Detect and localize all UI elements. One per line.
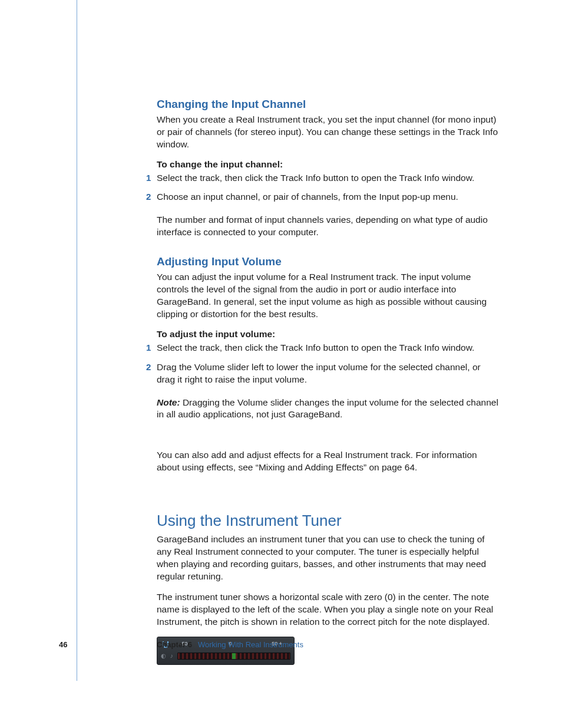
chapter-title: Working With Real Instruments	[198, 640, 303, 649]
tuner-scale-bar	[177, 653, 290, 660]
chapter-footer: Chapter 6Working With Real Instruments	[157, 640, 303, 649]
step-text: Drag the Volume slider left to lower the…	[157, 362, 481, 384]
heading-using-instrument-tuner: Using the Instrument Tuner	[157, 512, 498, 530]
step-text: Choose an input channel, or pair of chan…	[157, 192, 458, 202]
heading-adjusting-input-volume: Adjusting Input Volume	[157, 255, 498, 269]
step-item: 1Select the track, then click the Track …	[157, 342, 498, 358]
step-number: 1	[146, 172, 151, 184]
step-item: 2Drag the Volume slider left to lower th…	[157, 361, 498, 390]
note-paragraph: Note: Dragging the Volume slider changes…	[157, 397, 498, 421]
chapter-label: Chapter 6	[157, 640, 192, 649]
tuner-bottom-row: ◐ ♪	[161, 651, 290, 661]
step-item: 1Select the track, then click the Track …	[157, 172, 498, 188]
page-number: 46	[59, 640, 67, 649]
step-number: 1	[146, 342, 151, 354]
tuner-mode-icons: ◐ ♪	[161, 653, 177, 659]
body-text: You can adjust the input volume for a Re…	[157, 271, 498, 321]
instruction-lead: To change the input channel:	[157, 159, 498, 170]
body-text: You can also add and adjust effects for …	[157, 449, 498, 474]
step-text: Select the track, then click the Track I…	[157, 173, 474, 183]
instruction-lead: To adjust the input volume:	[157, 329, 498, 340]
step-number: 2	[146, 191, 151, 203]
note-prefix: Note:	[157, 397, 180, 407]
body-text: The number and format of input channels …	[157, 214, 498, 239]
step-list: 1Select the track, then click the Track …	[157, 172, 498, 207]
tuner-center-marker	[232, 653, 236, 659]
step-text: Select the track, then click the Track I…	[157, 342, 474, 353]
body-text: The instrument tuner shows a horizontal …	[157, 591, 498, 628]
body-text: When you create a Real Instrument track,…	[157, 114, 498, 151]
step-number: 2	[146, 361, 151, 373]
note-body: Dragging the Volume slider changes the i…	[157, 397, 498, 420]
content-column: Changing the Input Channel When you crea…	[157, 98, 498, 665]
heading-changing-input-channel: Changing the Input Channel	[157, 98, 498, 111]
page: Changing the Input Channel When you crea…	[0, 0, 562, 728]
left-margin-rule	[77, 0, 77, 681]
body-text: GarageBand includes an instrument tuner …	[157, 533, 498, 583]
step-list: 1Select the track, then click the Track …	[157, 342, 498, 390]
step-item: 2Choose an input channel, or pair of cha…	[157, 191, 498, 207]
